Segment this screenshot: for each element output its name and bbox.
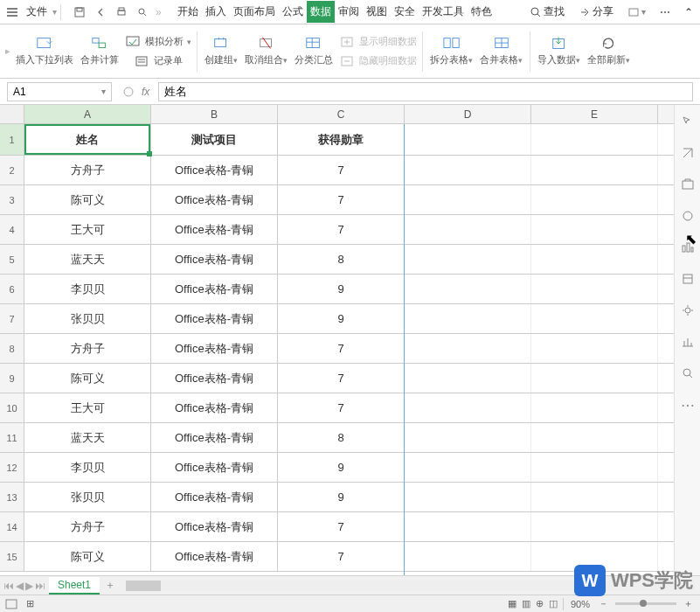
consolidate-button[interactable]: 合并计算 [77,34,122,68]
side-analysis-icon[interactable] [680,240,696,255]
cell-A8[interactable]: 方舟子 [24,334,151,363]
cell-D9[interactable] [405,364,531,393]
cell-B5[interactable]: Office表格-青铜 [151,245,278,274]
sheet-tab-1[interactable]: Sheet1 [49,577,100,595]
cell-A5[interactable]: 蓝天天 [24,245,151,274]
cell-C8[interactable]: 7 [278,334,405,363]
zoom-slider[interactable] [615,602,676,605]
cell-A14[interactable]: 方舟子 [24,512,151,541]
cell-A3[interactable]: 陈可义 [24,185,151,214]
row-header-10[interactable]: 10 [0,393,24,422]
side-chart-icon[interactable] [680,334,696,350]
cell-B15[interactable]: Office表格-青铜 [151,542,278,571]
tab-dev[interactable]: 开发工具 [419,1,468,23]
cell-E12[interactable] [531,453,658,482]
scenario-button[interactable]: 模拟分析▾ [122,33,193,51]
status-grid-icon[interactable]: ⊞ [26,598,34,609]
tab-view[interactable]: 视图 [363,1,391,23]
file-dropdown-icon[interactable]: ▾ [52,7,57,17]
hamburger-icon[interactable] [3,3,21,21]
sheet-nav-last-icon[interactable]: ⏭ [35,580,45,592]
cell-D3[interactable] [405,185,531,214]
cell-E4[interactable] [531,215,658,244]
side-clip-icon[interactable] [680,208,696,224]
col-header-A[interactable]: A [24,105,151,123]
cell-A7[interactable]: 张贝贝 [24,304,151,333]
cell-A15[interactable]: 陈可义 [24,542,151,571]
save-icon[interactable] [70,3,89,22]
row-header-7[interactable]: 7 [0,304,24,333]
cell-D1[interactable] [405,124,531,155]
cell-E7[interactable] [531,304,658,333]
merge-table-button[interactable]: 合并表格▾ [476,34,526,68]
ungroup-button[interactable]: 取消组合▾ [241,34,291,68]
status-layout-icon[interactable] [5,599,17,609]
cell-C7[interactable]: 9 [278,304,405,333]
cell-A2[interactable]: 方舟子 [24,156,151,184]
cell-D2[interactable] [405,156,531,184]
cell-B3[interactable]: Office表格-青铜 [151,185,278,214]
preview-icon[interactable] [133,3,152,22]
row-header-12[interactable]: 12 [0,453,24,482]
cell-B13[interactable]: Office表格-青铜 [151,483,278,511]
tab-data[interactable]: 数据 [307,1,335,23]
row-header-2[interactable]: 2 [0,156,24,184]
cell-C11[interactable]: 8 [278,423,405,452]
tab-layout[interactable]: 页面布局 [230,1,279,23]
zoom-in-button[interactable]: ＋ [682,597,695,610]
cell-C5[interactable]: 8 [278,245,405,274]
cell-D11[interactable] [405,423,531,452]
row-header-8[interactable]: 8 [0,334,24,363]
row-header-1[interactable]: 1 [0,124,24,155]
cell-C13[interactable]: 9 [278,483,405,511]
cell-C4[interactable]: 7 [278,215,405,244]
cell-D5[interactable] [405,245,531,274]
row-header-4[interactable]: 4 [0,215,24,244]
cell-B4[interactable]: Office表格-青铜 [151,215,278,244]
cell-E11[interactable] [531,423,658,452]
row-header-13[interactable]: 13 [0,483,24,511]
cell-A4[interactable]: 王大可 [24,215,151,244]
cell-E6[interactable] [531,275,658,303]
cell-E8[interactable] [531,334,658,363]
cell-E13[interactable] [531,483,658,511]
side-select-icon[interactable] [680,114,696,129]
print-icon[interactable] [112,3,131,22]
file-menu[interactable]: 文件 [21,4,52,19]
fx-label[interactable]: fx [142,86,149,98]
cell-D14[interactable] [405,512,531,541]
search-button[interactable]: 查找 [526,4,568,19]
select-all-corner[interactable] [0,105,24,123]
zoom-out-button[interactable]: － [597,597,610,610]
cell-C2[interactable]: 7 [278,156,405,184]
add-sheet-button[interactable]: ＋ [100,576,121,595]
cell-D13[interactable] [405,483,531,511]
fx-cancel-icon[interactable] [121,84,136,100]
cell-D4[interactable] [405,215,531,244]
zoom-value[interactable]: 90% [569,599,592,609]
formula-input[interactable]: 姓名 [158,82,693,101]
refresh-button[interactable]: 全部刷新▾ [584,34,634,68]
side-settings-icon[interactable] [680,303,696,318]
cell-B11[interactable]: Office表格-青铜 [151,423,278,452]
group-button[interactable]: 创建组▾ [201,34,241,68]
view-read-icon[interactable]: ⊕ [536,598,544,609]
split-table-button[interactable]: 拆分表格▾ [426,34,476,68]
cell-C1[interactable]: 获得勋章 [278,124,405,155]
import-button[interactable]: 导入数据▾ [534,34,584,68]
cell-B12[interactable]: Office表格-青铜 [151,453,278,482]
tab-formula[interactable]: 公式 [279,1,307,23]
collapse-icon[interactable]: ⌃ [681,6,697,18]
cell-E3[interactable] [531,185,658,214]
cell-D8[interactable] [405,334,531,363]
cell-C15[interactable]: 7 [278,542,405,571]
name-box[interactable]: A1 ▾ [7,82,112,101]
cell-A13[interactable]: 张贝贝 [24,483,151,511]
cell-A9[interactable]: 陈可义 [24,364,151,393]
cell-B1[interactable]: 测试项目 [151,124,278,155]
cell-A11[interactable]: 蓝天天 [24,423,151,452]
cell-C9[interactable]: 7 [278,364,405,393]
cell-C3[interactable]: 7 [278,185,405,214]
share-button[interactable]: 分享 [575,4,617,19]
tab-start[interactable]: 开始 [174,1,202,23]
